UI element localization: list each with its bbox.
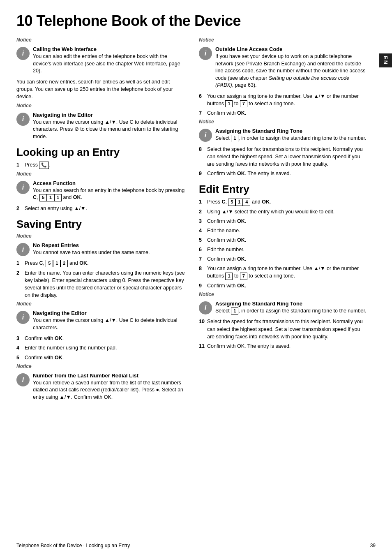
notice-label-6: Notice — [16, 363, 187, 369]
edit-step-11: 11 Confirm with OK. The entry is saved. — [199, 342, 367, 350]
step-right-9: 9 Confirm with OK. The entry is saved. — [199, 170, 367, 177]
edit-step-4: 4 Edit the name. — [199, 227, 367, 234]
edit-step-9: 9 Confirm with OK. — [199, 282, 367, 289]
info-icon-4: i — [16, 243, 30, 256]
notice-label-3: Notice — [16, 171, 187, 177]
info-icon-6: i — [16, 373, 30, 386]
step-save-1: 1 Press C, 512 and OK. — [16, 259, 187, 267]
notice-outside-line-text: If you have set your device up to work o… — [215, 53, 366, 88]
info-icon-1: i — [16, 47, 30, 60]
notice-label-4: Notice — [16, 233, 187, 239]
step-save-2-text: Enter the name. You can enter characters… — [25, 269, 187, 299]
en-badge: EN — [379, 53, 392, 67]
intro-text: You can store new entries, search for en… — [16, 78, 187, 100]
step-right-6: 6 You can assign a ring tone to the numb… — [199, 92, 367, 108]
edit-step-4-text: Edit the name. — [207, 227, 367, 234]
info-icon-7: i — [199, 47, 212, 60]
right-column: Notice i Outside Line Access Code If you… — [199, 37, 376, 404]
edit-step-2: 2 Using ▲/▼ select the entry which you w… — [199, 208, 367, 215]
notice-label-7: Notice — [199, 37, 367, 43]
notice-no-repeat: i No Repeat Entries You cannot save two … — [16, 242, 187, 257]
info-icon-5: i — [16, 311, 30, 324]
notice-access-function: i Access Function You can also search fo… — [16, 180, 187, 201]
notice-access-title: Access Function — [33, 180, 187, 186]
edit-step-10: 10 Select the speed for fax transmission… — [199, 318, 367, 340]
notice-nav-editor2-title: Navigating the Editor — [33, 310, 187, 316]
notice-calling-web-title: Calling the Web Interface — [33, 46, 187, 52]
notice-calling-web: i Calling the Web Interface You can also… — [16, 46, 187, 75]
notice-std-ring-1: i Assigning the Standard Ring Tone Selec… — [199, 128, 367, 142]
page-title: 10 Telephone Book of the Device — [16, 12, 376, 30]
notice-access-text: You can also search for an entry in the … — [33, 187, 184, 201]
looking-up-heading: Looking up an Entry — [16, 146, 187, 159]
edit-step-7: 7 Confirm with OK. — [199, 255, 367, 263]
notice-std-ring-2: i Assigning the Standard Ring Tone Selec… — [199, 301, 367, 315]
edit-step-6-text: Edit the number. — [207, 246, 367, 253]
step-right-8-text: Select the speed for fax transmissions t… — [207, 146, 367, 168]
edit-step-5: 5 Confirm with OK. — [199, 236, 367, 244]
notice-std-ring2-text: Select 1, in order to assign the standar… — [215, 308, 367, 314]
step-lookup-2: 2 Select an entry using ▲/▼. — [16, 205, 187, 212]
footer-left: Telephone Book of the Device · Looking u… — [16, 543, 130, 548]
step-lookup-2-text: Select an entry using ▲/▼. — [25, 205, 187, 212]
notice-outside-line: i Outside Line Access Code If you have s… — [199, 46, 367, 89]
notice-std-ring2-title: Assigning the Standard Ring Tone — [215, 301, 367, 307]
edit-step-8: 8 You can assign a ring tone to the numb… — [199, 265, 367, 280]
footer-right: 39 — [370, 543, 376, 548]
page: EN 10 Telephone Book of the Device Notic… — [0, 0, 392, 555]
left-column: Notice i Calling the Web Interface You c… — [16, 37, 187, 404]
notice-no-repeat-text: You cannot save two entries under the sa… — [33, 250, 150, 255]
notice-std-ring1-text: Select 1, in order to assign the standar… — [215, 135, 367, 141]
key-phone: 📞 — [39, 162, 49, 169]
notice-label-8: Notice — [199, 119, 367, 125]
edit-step-2-text: Using ▲/▼ select the entry which you wou… — [207, 208, 367, 215]
notice-navigating-editor-1: i Navigating in the Editor You can move … — [16, 112, 187, 141]
page-footer: Telephone Book of the Device · Looking u… — [16, 540, 376, 548]
notice-nav-editor-text: You can move the cursor using ▲/▼. Use C… — [33, 119, 178, 139]
info-icon-8: i — [199, 129, 212, 142]
edit-step-10-text: Select the speed for fax transmissions t… — [207, 318, 367, 340]
step-save-5: 5 Confirm with OK. — [16, 354, 187, 361]
step-right-8: 8 Select the speed for fax transmissions… — [199, 146, 367, 168]
info-icon-3: i — [16, 181, 30, 194]
step-lookup-1: 1 Press 📞. — [16, 161, 187, 169]
notice-std-ring1-title: Assigning the Standard Ring Tone — [215, 128, 367, 134]
step-save-2: 2 Enter the name. You can enter characte… — [16, 269, 187, 299]
notice-nav-editor2-text: You can move the cursor using ▲/▼. Use C… — [33, 317, 178, 331]
notice-nav-editor-title: Navigating in the Editor — [33, 112, 187, 118]
info-icon-9: i — [199, 301, 212, 314]
edit-step-3: 3 Confirm with OK. — [199, 217, 367, 225]
saving-entry-heading: Saving Entry — [16, 218, 187, 231]
info-icon-2: i — [16, 113, 30, 126]
notice-last-num-text: You can retrieve a saved number from the… — [33, 380, 183, 400]
notice-outside-line-title: Outside Line Access Code — [215, 46, 367, 52]
notice-label-9: Notice — [199, 291, 367, 297]
notice-label-2: Notice — [16, 103, 187, 109]
notice-calling-web-text: You can also edit the entries of the tel… — [33, 53, 180, 74]
edit-entry-heading: Edit Entry — [199, 183, 367, 196]
notice-nav-editor-2: i Navigating the Editor You can move the… — [16, 310, 187, 331]
notice-label-5: Notice — [16, 301, 187, 307]
notice-no-repeat-title: No Repeat Entries — [33, 242, 187, 248]
edit-step-11-text: Confirm with OK. The entry is saved. — [207, 342, 367, 350]
step-save-4-text: Enter the number using the number pad. — [25, 344, 187, 352]
notice-label-1: Notice — [16, 37, 187, 43]
press-label-1: Press — [25, 162, 38, 168]
notice-last-number: i Number from the Last Number Redial Lis… — [16, 372, 187, 401]
notice-last-num-title: Number from the Last Number Redial List — [33, 372, 187, 379]
edit-step-1: 1 Press C, 514 and OK. — [199, 198, 367, 206]
step-save-4: 4 Enter the number using the number pad. — [16, 344, 187, 352]
edit-step-6: 6 Edit the number. — [199, 246, 367, 253]
step-right-7: 7 Confirm with OK. — [199, 109, 367, 117]
step-save-3: 3 Confirm with OK. — [16, 335, 187, 342]
